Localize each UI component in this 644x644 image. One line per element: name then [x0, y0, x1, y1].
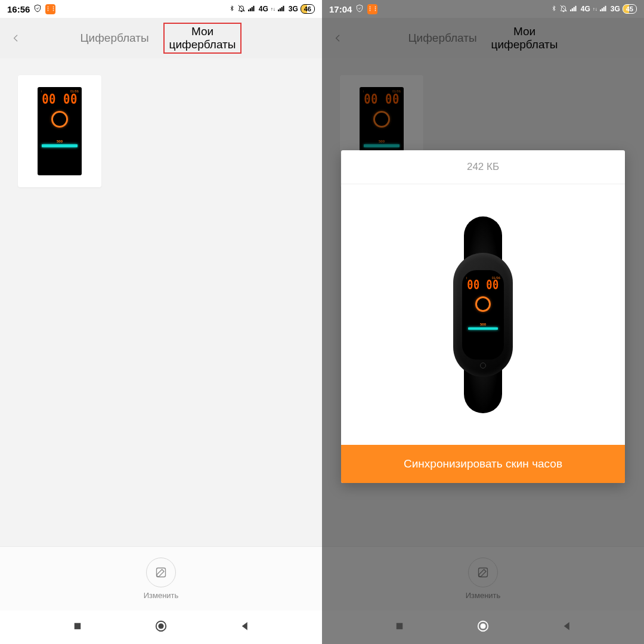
status-bar: 16:56 ⋮⋮ 4G ↑↓ 3G 46: [0, 0, 322, 18]
edit-label: Изменить: [144, 591, 179, 600]
network-1-label: 4G: [259, 5, 268, 13]
shield-icon: [355, 4, 364, 14]
status-time: 17:04: [329, 4, 352, 14]
svg-rect-4: [253, 5, 254, 11]
svg-rect-16: [573, 7, 574, 11]
battery-indicator: 45: [623, 4, 637, 14]
screen-left: 16:56 ⋮⋮ 4G ↑↓ 3G 46 Циферблаты Мои цифе…: [0, 0, 322, 644]
modal-filesize: 242 КБ: [341, 150, 625, 184]
signal-1-icon: [570, 5, 578, 14]
tab-my-dials[interactable]: Мои циферблаты: [163, 23, 242, 54]
svg-rect-22: [479, 568, 488, 577]
svg-rect-14: [570, 10, 571, 11]
nav-back-icon[interactable]: [240, 621, 250, 634]
shield-icon: [33, 4, 42, 14]
svg-rect-2: [250, 8, 251, 11]
network-2-label: 3G: [289, 5, 298, 13]
svg-rect-15: [572, 8, 573, 11]
nav-home-icon[interactable]: [476, 620, 490, 635]
modal-body: ᚼ01/06 00 00 500: [341, 184, 625, 445]
nav-bar: [322, 611, 644, 644]
nav-home-icon[interactable]: [154, 620, 168, 635]
nav-bar: [0, 611, 322, 644]
tab-my-dials-line2: циферблаты: [169, 38, 236, 51]
edit-label: Изменить: [466, 591, 501, 600]
screen-right: 17:04 ⋮⋮ 4G ↑↓ 3G 45 Циферблаты Мои цифе…: [322, 0, 644, 644]
band-body: ᚼ01/06 00 00 500: [453, 253, 513, 377]
status-time: 16:56: [7, 4, 30, 14]
svg-rect-8: [283, 5, 284, 11]
app-header: Циферблаты Мои циферблаты: [0, 18, 322, 58]
network-2-label: 3G: [611, 5, 620, 13]
svg-rect-7: [281, 7, 282, 11]
wf-progress-bar: [42, 144, 78, 147]
bottom-bar: Изменить: [0, 546, 322, 611]
svg-rect-5: [278, 10, 279, 11]
svg-rect-1: [248, 10, 249, 11]
watchface-preview: ᚼ01/06 00 00 500: [38, 87, 82, 175]
tab-my-dials-line2: циферблаты: [491, 38, 558, 51]
svg-rect-23: [396, 623, 402, 630]
dnd-icon: [237, 4, 246, 14]
app-badge-icon: ⋮⋮: [367, 4, 377, 14]
watchface-modal: 242 КБ ᚼ01/06 00 00 500 Синхронизировать…: [341, 150, 625, 483]
wf-ring-icon: [373, 111, 390, 128]
svg-rect-9: [157, 568, 166, 577]
battery-indicator: 46: [301, 4, 315, 14]
arrows-icon-1: ↑↓: [271, 7, 275, 12]
bluetooth-icon: [551, 4, 557, 14]
arrows-icon-1: ↑↓: [593, 7, 597, 12]
bluetooth-icon: [229, 4, 235, 14]
svg-rect-17: [575, 5, 576, 11]
wf-ring-icon: [475, 296, 491, 312]
app-badge-icon: ⋮⋮: [45, 4, 55, 14]
bottom-bar: Изменить: [322, 546, 644, 611]
svg-point-12: [158, 623, 163, 628]
signal-2-icon: [278, 5, 286, 14]
back-button[interactable]: [6, 26, 26, 50]
band-home-button-icon: [480, 363, 486, 369]
content-area: ᚼ01/06 00 00 500: [0, 58, 322, 546]
back-button[interactable]: [328, 26, 348, 50]
wf-digits: 00 00: [364, 90, 400, 107]
wf-digits: 00 00: [467, 277, 499, 292]
edit-button[interactable]: [468, 558, 498, 587]
watchface-card[interactable]: ᚼ01/06 00 00 500: [18, 75, 101, 187]
wf-progress-bar: [364, 144, 400, 147]
sync-button[interactable]: Синхронизировать скин часов: [341, 445, 625, 483]
wf-steps: 500: [57, 140, 63, 143]
edit-button[interactable]: [146, 558, 176, 587]
wf-ring-icon: [51, 111, 68, 128]
tab-my-dials-line1: Мои: [191, 25, 213, 38]
tab-dials[interactable]: Циферблаты: [408, 32, 477, 45]
band-image: ᚼ01/06 00 00 500: [444, 213, 522, 416]
svg-rect-21: [605, 5, 606, 11]
svg-rect-20: [603, 7, 604, 11]
tab-dials[interactable]: Циферблаты: [80, 32, 149, 45]
wf-progress-bar: [468, 327, 498, 330]
signal-1-icon: [248, 5, 256, 14]
tab-my-dials-line1: Мои: [513, 25, 535, 38]
dnd-icon: [559, 4, 568, 14]
svg-rect-6: [280, 8, 281, 11]
wf-steps: 500: [480, 323, 486, 326]
band-screen: ᚼ01/06 00 00 500: [462, 270, 504, 360]
svg-rect-10: [74, 623, 80, 630]
status-bar: 17:04 ⋮⋮ 4G ↑↓ 3G 45: [322, 0, 644, 18]
svg-rect-18: [600, 10, 601, 11]
app-header: Циферблаты Мои циферблаты: [322, 18, 644, 58]
svg-point-25: [480, 623, 485, 628]
network-1-label: 4G: [581, 5, 590, 13]
svg-rect-19: [602, 8, 603, 11]
tab-my-dials[interactable]: Мои циферблаты: [491, 25, 558, 51]
nav-back-icon[interactable]: [562, 621, 572, 634]
nav-recent-icon[interactable]: [72, 621, 83, 634]
svg-rect-3: [251, 7, 252, 11]
nav-recent-icon[interactable]: [394, 621, 405, 634]
wf-digits: 00 00: [42, 90, 78, 107]
signal-2-icon: [600, 5, 608, 14]
wf-steps: 500: [379, 140, 385, 143]
